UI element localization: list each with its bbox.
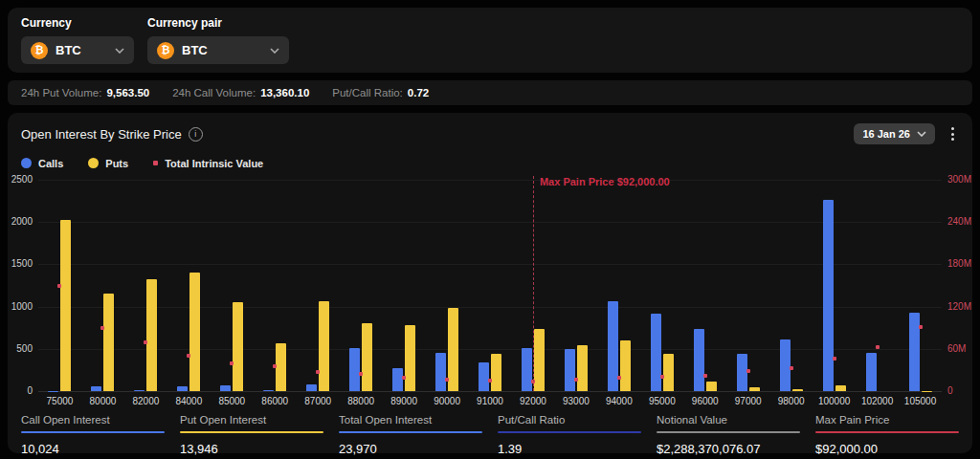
intrinsic-value-dot-97000[interactable] (746, 369, 750, 373)
footer-stat-value: 13,946 (180, 442, 323, 456)
intrinsic-value-dot-94000[interactable] (617, 376, 621, 380)
footer-stat-underline (339, 431, 482, 433)
stat-item-put-call-ratio: Put/Call Ratio:0.72 (332, 87, 429, 98)
calls-bar-88000[interactable] (349, 348, 360, 391)
puts-bar-75000[interactable] (60, 220, 71, 391)
intrinsic-value-dot-86000[interactable] (273, 364, 277, 368)
intrinsic-value-dot-100000[interactable] (833, 357, 836, 361)
max-pain-annotation: Max Pain Price $92,000.00 (540, 176, 670, 187)
puts-legend-swatch (88, 158, 99, 168)
calls-bar-102000[interactable] (866, 353, 877, 391)
footer-stat-put-open-interest: Put Open Interest13,946 (180, 414, 323, 456)
x-axis-label-97000: 97000 (724, 396, 772, 406)
puts-bar-89000[interactable] (405, 325, 415, 391)
intrinsic-value-dot-93000[interactable] (574, 378, 578, 382)
calls-bar-95000[interactable] (651, 314, 661, 391)
x-axis-label-89000: 89000 (380, 396, 428, 406)
calls-bar-80000[interactable] (91, 386, 101, 391)
puts-bar-91000[interactable] (491, 354, 501, 391)
calls-bar-90000[interactable] (435, 353, 446, 391)
footer-stat-value: 1.39 (498, 442, 641, 456)
intrinsic-value-dot-88000[interactable] (359, 372, 363, 376)
intrinsic-value-dot-95000[interactable] (660, 375, 664, 379)
calls-bar-93000[interactable] (565, 349, 575, 391)
calls-bar-91000[interactable] (479, 362, 489, 391)
intrinsic-value-dot-89000[interactable] (402, 376, 406, 380)
intrinsic-value-dot-91000[interactable] (488, 379, 492, 382)
intrinsic-value-dot-102000[interactable] (876, 345, 880, 349)
footer-stat-underline (21, 431, 165, 433)
legend-item-calls[interactable]: Calls (21, 158, 63, 169)
footer-stat-label: Total Open Interest (339, 414, 482, 426)
puts-bar-95000[interactable] (663, 354, 674, 391)
x-axis-label-85000: 85000 (208, 396, 256, 406)
intrinsic-value-dot-105000[interactable] (919, 325, 923, 329)
footer-stat-value: 10,024 (21, 442, 165, 456)
puts-bar-96000[interactable] (706, 382, 717, 391)
x-axis-label-96000: 96000 (681, 396, 729, 406)
puts-bar-98000[interactable] (792, 389, 803, 391)
currency-selector-card: Currency ₿ BTC Currency pair ₿ BTC (8, 8, 972, 73)
currency-dropdown[interactable]: ₿ BTC (21, 36, 134, 64)
info-icon[interactable]: i (189, 127, 203, 142)
intrinsic-value-dot-96000[interactable] (703, 374, 707, 378)
currency-pair-select-group: Currency pair ₿ BTC (147, 16, 289, 64)
puts-bar-94000[interactable] (620, 340, 631, 391)
puts-bar-97000[interactable] (749, 387, 760, 391)
puts-bar-85000[interactable] (233, 302, 243, 391)
calls-bar-84000[interactable] (177, 386, 188, 391)
chart-legend: CallsPutsTotal Intrinsic Value (8, 145, 972, 169)
gridline-0 (38, 391, 942, 392)
left-axis-tick-1500: 1500 (8, 258, 33, 269)
stat-value: 0.72 (408, 87, 429, 98)
puts-bar-80000[interactable] (103, 294, 114, 391)
puts-bar-90000[interactable] (448, 308, 458, 391)
puts-bar-93000[interactable] (577, 345, 588, 391)
gridline-1500 (38, 264, 942, 265)
intrinsic-value-dot-80000[interactable] (100, 326, 104, 330)
stat-label: Put/Call Ratio: (332, 87, 403, 98)
calls-bar-105000[interactable] (909, 313, 920, 391)
currency-pair-dropdown[interactable]: ₿ BTC (147, 36, 289, 64)
x-axis-label-82000: 82000 (122, 396, 169, 406)
intrinsic-value-dot-82000[interactable] (144, 340, 147, 344)
calls-bar-96000[interactable] (694, 329, 704, 391)
currency-pair-label: Currency pair (147, 16, 289, 30)
intrinsic-value-dot-85000[interactable] (230, 361, 234, 365)
legend-item-puts[interactable]: Puts (88, 158, 128, 169)
puts-bar-84000[interactable] (189, 273, 200, 391)
calls-bar-85000[interactable] (220, 385, 231, 391)
currency-dropdown-value: BTC (56, 43, 107, 57)
footer-stat-value: 23,970 (339, 442, 482, 456)
x-axis-label-105000: 105000 (897, 396, 945, 406)
right-axis-tick-0: 0 (947, 385, 953, 396)
left-axis-tick-0: 0 (8, 385, 33, 396)
calls-bar-89000[interactable] (392, 368, 403, 391)
puts-bar-87000[interactable] (319, 301, 329, 391)
chevron-down-icon (115, 48, 124, 54)
intrinsic-value-dot-87000[interactable] (316, 370, 320, 374)
volume-stats-bar: 24h Put Volume:9,563.5024h Call Volume:1… (8, 80, 972, 105)
puts-bar-92000[interactable] (534, 329, 545, 391)
puts-bar-86000[interactable] (276, 343, 286, 391)
calls-bar-92000[interactable] (522, 348, 532, 391)
calls-bar-98000[interactable] (780, 339, 791, 391)
footer-stat-underline (657, 431, 800, 433)
calls-bar-97000[interactable] (737, 354, 747, 391)
puts-bar-88000[interactable] (362, 323, 372, 391)
puts-bar-100000[interactable] (835, 385, 846, 391)
open-interest-chart-card: Open Interest By Strike Price i 16 Jan 2… (8, 113, 972, 453)
footer-stat-label: Put Open Interest (180, 414, 323, 426)
total-intrinsic-value-legend-swatch (153, 161, 158, 165)
calls-bar-87000[interactable] (306, 384, 317, 391)
calls-bar-86000[interactable] (263, 390, 274, 391)
legend-item-total-intrinsic-value[interactable]: Total Intrinsic Value (153, 158, 263, 169)
calls-bar-100000[interactable] (823, 200, 834, 391)
puts-bar-82000[interactable] (146, 279, 157, 391)
kebab-menu-icon[interactable] (947, 124, 959, 143)
expiry-date-dropdown[interactable]: 16 Jan 26 (854, 123, 935, 144)
intrinsic-value-dot-98000[interactable] (790, 366, 793, 370)
calls-bar-82000[interactable] (134, 390, 145, 391)
intrinsic-value-dot-90000[interactable] (445, 378, 449, 382)
intrinsic-value-dot-84000[interactable] (187, 354, 190, 358)
